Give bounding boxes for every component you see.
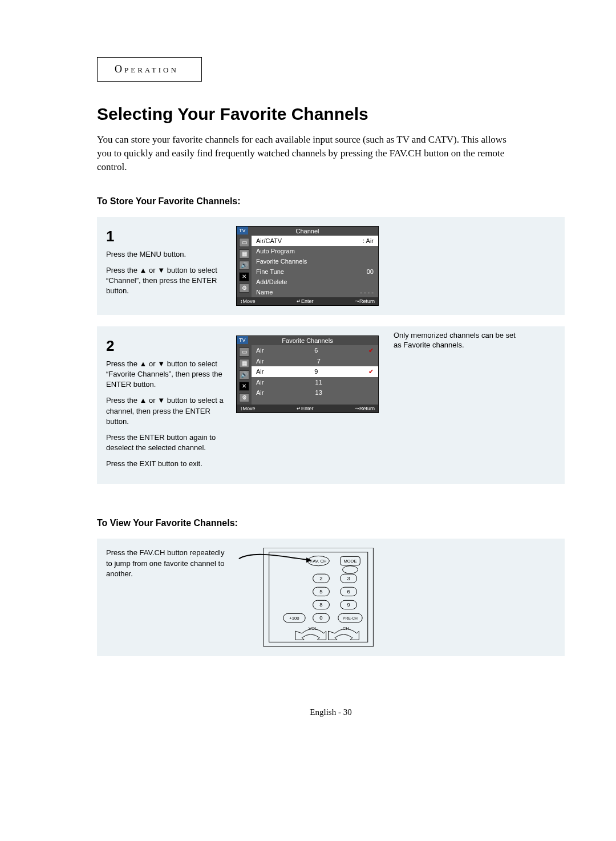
osd-row-finetune[interactable]: Fine Tune 00 [252, 266, 378, 277]
osd-list: Air 6 ✔ Air 7 Air 9 ✔ Air [252, 345, 378, 405]
osd-move-hint: ↕Move [240, 406, 256, 411]
osd-title-text: Channel [296, 228, 319, 234]
key-prech[interactable]: PRE-CH [343, 616, 358, 620]
step-2-block: 2 Press the ▲ or ▼ button to select “Fav… [97, 326, 565, 484]
side-note: Only memorized channels can be set as Fa… [394, 331, 525, 350]
step-1-number: 1 [106, 226, 226, 246]
check-icon: ✔ [368, 368, 374, 375]
setup-icon: ⚙ [239, 284, 249, 293]
key-9[interactable]: 9 [347, 601, 350, 608]
osd-row-label: Add/Delete [256, 278, 287, 285]
osd-row-adddelete[interactable]: Add/Delete [252, 277, 378, 287]
osd-fav-row[interactable]: Air 13 [252, 387, 378, 398]
step-2-p4: Press the EXIT button to exit. [106, 459, 226, 469]
osd-row-favorite[interactable]: Favorite Channels [252, 256, 378, 266]
osd-list: Air/CATV : Air Auto Program Favorite Cha… [252, 236, 378, 297]
osd-row-value: 6 [314, 347, 318, 354]
key-plus100[interactable]: +100 [289, 616, 299, 621]
osd-row-label: Air/CATV [256, 237, 282, 244]
key-6[interactable]: 6 [347, 588, 350, 595]
mode-button[interactable]: MODE [343, 559, 356, 564]
osd-row-value: 00 [367, 268, 374, 275]
osd-row-aircatv[interactable]: Air/CATV : Air [252, 236, 378, 246]
osd-side-icons: ▭ ▦ 🔊 ✕ ⚙ [237, 345, 252, 405]
osd-menu-favorite: TV Favorite Channels ▭ ▦ 🔊 ✕ ⚙ Air 6 ✔ [236, 335, 379, 413]
osd-row-name[interactable]: Name - - - - [252, 287, 378, 297]
remote-diagram: FAV. CH MODE 2 3 5 6 8 9 +100 0 PRE-CH V… [236, 548, 379, 646]
key-2[interactable]: 2 [319, 575, 322, 581]
check-icon: ✔ [368, 347, 374, 354]
osd-side-icons: ▭ ▦ 🔊 ✕ ⚙ [237, 236, 252, 297]
osd-row-label: Auto Program [256, 248, 295, 254]
page-title: Selecting Your Favorite Channels [97, 104, 565, 124]
step-2-number: 2 [106, 335, 226, 356]
osd-footer: ↕Move ↵Enter ⤳Return [237, 405, 378, 413]
store-heading: To Store Your Favorite Channels: [97, 196, 565, 207]
channel-icon: ✕ [239, 272, 249, 281]
view-text: Press the FAV.CH button repeatedly to ju… [106, 548, 226, 585]
osd-row-label: Name [256, 289, 273, 296]
setup-icon: ⚙ [239, 393, 249, 402]
osd-fav-row[interactable]: Air 9 ✔ [252, 366, 378, 377]
osd-row-label: Fine Tune [256, 268, 284, 275]
step-1-line-2: Press the ▲ or ▼ button to select “Chann… [106, 265, 226, 297]
key-3[interactable]: 3 [347, 575, 350, 581]
step-2-text: 2 Press the ▲ or ▼ button to select “Fav… [106, 335, 226, 475]
view-heading: To View Your Favorite Channels: [97, 518, 565, 528]
osd-row-value: 13 [315, 389, 322, 396]
svg-point-5 [343, 566, 358, 573]
osd-title-text: Favorite Channels [282, 337, 333, 344]
osd-enter-hint: ↵Enter [297, 298, 314, 304]
osd-move-hint: ↕Move [240, 298, 256, 304]
osd-footer: ↕Move ↵Enter ⤳Return [237, 297, 378, 305]
osd-return-hint: ⤳Return [355, 298, 375, 304]
osd-row-label: Air [256, 358, 264, 365]
view-text-p: Press the FAV.CH button repeatedly to ju… [106, 548, 226, 579]
picture-icon: ▦ [239, 249, 249, 258]
picture-icon: ▦ [239, 359, 249, 368]
osd-row-value: 9 [314, 368, 318, 375]
step-1-block: 1 Press the MENU button. Press the ▲ or … [97, 217, 565, 315]
key-5[interactable]: 5 [319, 588, 322, 595]
section-tab: Operation [97, 57, 202, 82]
step-1-line-1: Press the MENU button. [106, 249, 226, 260]
key-8[interactable]: 8 [319, 601, 322, 608]
vol-label: VOL [309, 626, 318, 632]
osd-row-value: 7 [317, 358, 321, 365]
osd-return-hint: ⤳Return [355, 406, 375, 411]
osd-tv-tag: TV [237, 227, 248, 234]
osd-row-value: 11 [315, 379, 322, 386]
osd-row-label: Air [256, 379, 264, 386]
favch-button[interactable]: FAV. CH [310, 559, 327, 564]
osd-row-value: : Air [363, 237, 374, 244]
step-2-p1: Press the ▲ or ▼ button to select “Favor… [106, 359, 226, 390]
sound-icon: 🔊 [239, 261, 249, 270]
osd-row-label: Air [256, 347, 264, 354]
osd-fav-row[interactable]: Air 7 [252, 356, 378, 366]
osd-title: TV Channel [237, 227, 378, 236]
osd-enter-hint: ↵Enter [297, 406, 314, 411]
osd-row-autoprogram[interactable]: Auto Program [252, 246, 378, 256]
osd-title: TV Favorite Channels [237, 336, 378, 345]
tv-icon: ▭ [239, 238, 249, 247]
osd-row-label: Air [256, 368, 264, 375]
osd-row-label: Air [256, 389, 264, 396]
osd-fav-row[interactable]: Air 6 ✔ [252, 345, 378, 356]
step-2-p2: Press the ▲ or ▼ button to select a chan… [106, 395, 226, 427]
sound-icon: 🔊 [239, 370, 249, 379]
channel-icon: ✕ [239, 382, 249, 391]
ch-label: CH [343, 626, 349, 632]
view-step-block: Press the FAV.CH button repeatedly to ju… [97, 539, 565, 656]
osd-tv-tag: TV [237, 336, 248, 344]
page-number: English - 30 [97, 707, 565, 717]
osd-row-label: Favorite Channels [256, 258, 307, 265]
tv-icon: ▭ [239, 347, 249, 357]
osd-row-value: - - - - [360, 289, 374, 296]
osd-menu-channel: TV Channel ▭ ▦ 🔊 ✕ ⚙ Air/CATV : Air [236, 226, 379, 306]
step-1-text: 1 Press the MENU button. Press the ▲ or … [106, 226, 226, 302]
step-2-p3: Press the ENTER button again to deselect… [106, 432, 226, 453]
osd-fav-row[interactable]: Air 11 [252, 377, 378, 387]
intro-paragraph: You can store your favorite channels for… [97, 133, 508, 173]
key-0[interactable]: 0 [319, 614, 322, 621]
